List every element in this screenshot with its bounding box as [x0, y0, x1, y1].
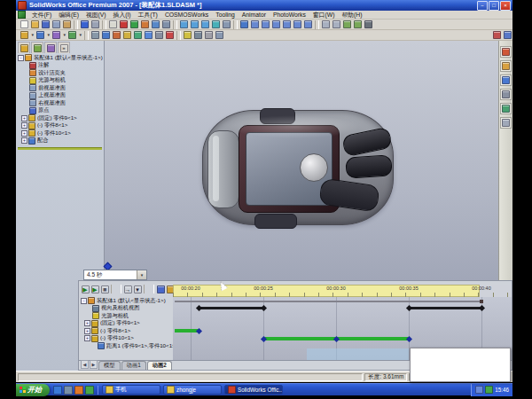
right-view-icon[interactable]: [282, 20, 292, 29]
pan-icon[interactable]: [222, 20, 231, 29]
redo-icon[interactable]: [90, 20, 100, 29]
menu-window[interactable]: 窗口(W): [309, 11, 339, 20]
configurationmanager-tab-icon[interactable]: [44, 42, 57, 53]
help-icon[interactable]: [503, 30, 512, 40]
messenger-icon[interactable]: [85, 386, 94, 395]
maximize-button[interactable]: □: [489, 1, 499, 11]
rebuild-icon[interactable]: [129, 20, 139, 29]
new-icon[interactable]: [20, 20, 29, 29]
edit-component-icon[interactable]: [101, 30, 111, 40]
equations-icon[interactable]: [204, 30, 214, 40]
phone-lower-side-button[interactable]: [345, 154, 393, 179]
new-motion-study-icon[interactable]: [133, 30, 143, 40]
anim-item-part8[interactable]: + (-) 零件8<1>: [81, 327, 173, 335]
explode-line-icon[interactable]: [154, 30, 164, 40]
menu-tools[interactable]: 工具(T): [135, 11, 161, 20]
tree-item-mates[interactable]: + 配合: [18, 137, 103, 145]
phone-assembly-model[interactable]: [202, 110, 394, 225]
file-explorer-icon[interactable]: [500, 74, 512, 86]
menu-animator[interactable]: Animator: [239, 12, 270, 18]
make-assembly-icon[interactable]: [62, 20, 72, 29]
move-component-icon[interactable]: ▾: [67, 30, 82, 40]
back-view-icon[interactable]: [261, 20, 270, 29]
zoom-in-out-icon[interactable]: [200, 20, 210, 29]
tree-expander[interactable]: +: [84, 335, 90, 341]
keypoint-orientation-end-2[interactable]: [478, 305, 484, 311]
options-icon[interactable]: [215, 30, 224, 40]
task-solidworks[interactable]: SolidWorks Offic...: [224, 385, 283, 395]
panel-overflow-icon[interactable]: »: [58, 42, 70, 53]
fullscreen-icon[interactable]: [492, 30, 502, 40]
rotate-view-icon[interactable]: [211, 20, 221, 29]
tree-item-top-plane[interactable]: 上视基准面: [18, 92, 103, 100]
tree-expander[interactable]: +: [21, 122, 27, 129]
menu-cosmosworks[interactable]: COSMOSWorks: [161, 12, 212, 18]
save-animation-button[interactable]: [156, 285, 165, 293]
anim-item-part10[interactable]: + (-) 零件10<1>: [81, 335, 173, 343]
keypoint-orientation-start-1[interactable]: [195, 305, 201, 311]
tree-item-part10[interactable]: + (-) 零件10<1>: [18, 129, 103, 137]
orientation-keys-bar-1[interactable]: [199, 307, 263, 309]
tree-expander[interactable]: +: [21, 115, 27, 121]
anim-item-part9[interactable]: + (固定) 零件9<1>: [81, 320, 173, 328]
exploded-view-icon[interactable]: [144, 30, 153, 40]
playback-mode-arrow[interactable]: ▾: [133, 285, 142, 293]
tab-scroll-left-icon[interactable]: ◀: [81, 360, 89, 369]
close-button[interactable]: ×: [500, 1, 511, 11]
tree-expander[interactable]: -: [81, 298, 87, 304]
tree-item-part8[interactable]: + (-) 零件8<1>: [18, 122, 103, 130]
anim-item-distance-mate[interactable]: 距离1 (零件9<1>,零件10<1>): [81, 342, 173, 350]
tree-item-assembly-root[interactable]: - 装配体1 (默认<显示状态-1>): [18, 54, 103, 62]
menu-file[interactable]: 文件(F): [28, 11, 55, 20]
task-zhongje-folder[interactable]: zhongje: [163, 385, 222, 395]
isometric-view-icon[interactable]: [303, 20, 313, 29]
mass-properties-icon[interactable]: [193, 30, 203, 40]
tree-item-part9[interactable]: + (固定) 零件9<1>: [18, 114, 103, 122]
top-view-icon[interactable]: [293, 20, 302, 29]
volume-icon[interactable]: [475, 386, 483, 394]
phone-bottom-tab[interactable]: [254, 214, 297, 229]
tab-scroll-right-icon[interactable]: ▶: [90, 360, 98, 369]
search-icon[interactable]: [500, 89, 512, 100]
shadows-icon[interactable]: [364, 20, 373, 29]
time-value-combo[interactable]: 4.5 秒 ▾: [83, 270, 147, 280]
shaded-icon[interactable]: [353, 20, 363, 29]
edit-appearance-icon[interactable]: [140, 20, 150, 29]
tree-item-right-plane[interactable]: 右视基准面: [18, 99, 103, 107]
wireframe-icon[interactable]: [321, 20, 331, 29]
media-player-icon[interactable]: [74, 386, 83, 395]
anim-item-assembly-root[interactable]: - 装配体1 (默认<显示状态-1>): [81, 297, 173, 305]
zoom-to-area-icon[interactable]: [190, 20, 200, 29]
standard-views-icon[interactable]: [239, 20, 249, 29]
anim-item-lights-cameras[interactable]: 光源与相机: [81, 312, 173, 320]
save-icon[interactable]: [41, 20, 51, 29]
animation2-tab[interactable]: 动画2: [147, 361, 172, 370]
play-from-start-button[interactable]: ▶: [81, 285, 90, 293]
model-tab[interactable]: 模型: [98, 361, 121, 370]
make-drawing-icon[interactable]: [51, 20, 61, 29]
task-shouji-folder[interactable]: 手机: [102, 385, 160, 395]
chevron-down-icon[interactable]: ▾: [137, 270, 146, 279]
tree-item-annotations[interactable]: 注解: [18, 62, 103, 70]
play-button[interactable]: ▶: [90, 285, 99, 293]
keypoint-orientation-end-1[interactable]: [260, 305, 266, 311]
orientation-keys-bar-2[interactable]: [409, 307, 481, 309]
section-view-icon[interactable]: [151, 20, 160, 29]
left-view-icon[interactable]: [271, 20, 281, 29]
document-recovery-icon[interactable]: [500, 117, 512, 129]
total-duration-bar[interactable]: [175, 301, 481, 302]
tree-item-lights-cameras[interactable]: 光源与相机: [18, 77, 103, 85]
tree-divider-bar[interactable]: [18, 147, 102, 150]
tree-item-design-binder[interactable]: 设计活页夹: [18, 69, 103, 77]
tree-expander[interactable]: +: [21, 130, 27, 137]
internet-explorer-icon[interactable]: [53, 386, 62, 395]
hidden-lines-icon[interactable]: [332, 20, 341, 29]
insert-component-icon[interactable]: ▾: [20, 30, 35, 40]
interference-detection-icon[interactable]: [112, 30, 121, 40]
antivirus-icon[interactable]: [485, 386, 493, 394]
component-pattern-icon[interactable]: ▾: [51, 30, 66, 40]
hide-show-component-icon[interactable]: [90, 30, 100, 40]
sketch-icon[interactable]: [119, 20, 129, 29]
menu-view[interactable]: 视图(V): [82, 11, 110, 20]
zoom-to-fit-icon[interactable]: [179, 20, 189, 29]
